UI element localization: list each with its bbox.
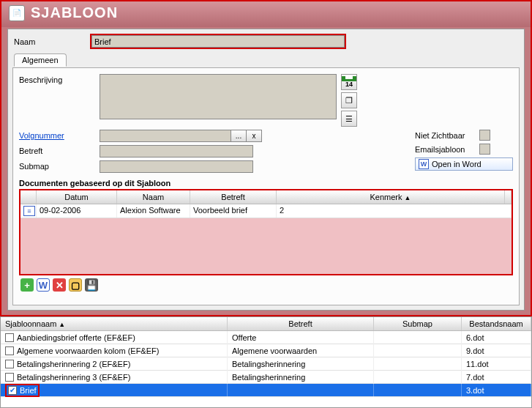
name-label: Naam xyxy=(14,37,87,46)
table-row[interactable]: Algemene voorwaarden kolom (EF&EF)Algeme… xyxy=(1,344,531,357)
volg-input[interactable] xyxy=(100,130,231,142)
main-panel: Naam Algemeen Beschrijving ▀▀ 14 ❐ ☰ xyxy=(7,29,525,311)
volg-ellipsis-button[interactable]: ... xyxy=(231,130,247,142)
col-kenmerk[interactable]: Kenmerk▲ xyxy=(277,190,505,204)
cell-submap xyxy=(374,371,462,384)
cell-text: Betalingsherinnering 3 (EF&EF) xyxy=(17,373,130,382)
row-checkbox[interactable] xyxy=(5,373,14,382)
volg-clear-button[interactable]: x xyxy=(246,130,262,142)
cell-sjabloonnaam: Betalingsherinnering 3 (EF&EF) xyxy=(1,371,228,384)
cell-submap xyxy=(374,331,462,344)
folder-button[interactable]: ▢ xyxy=(69,278,82,292)
sjabloon-grid-body: Aanbiedingsbrief offerte (EF&EF)Offerte6… xyxy=(1,331,531,407)
calendar-icon[interactable]: ▀▀ 14 xyxy=(341,74,357,90)
tab-strip: Algemeen xyxy=(12,53,520,68)
name-highlight xyxy=(90,34,346,49)
col-bestandsnaam[interactable]: Bestandsnaam xyxy=(462,317,531,330)
cell-betreft: Betalingsherinnering xyxy=(228,357,374,371)
documents-section-label: Documenten gebaseerd op dit Sjabloon xyxy=(19,179,513,188)
table-row[interactable]: ≡ 09-02-2006 Alexion Software Voorbeeld … xyxy=(20,204,512,218)
col-betreft2[interactable]: Betreft xyxy=(228,317,374,330)
delete-button[interactable]: ✕ xyxy=(53,278,66,292)
documents-grid-header: Datum Naam Betreft Kenmerk▲ xyxy=(20,190,512,204)
cell-bestandsnaam: 9.dot xyxy=(462,344,531,357)
nietzichtbaar-label: Niet Zichtbaar xyxy=(415,131,475,140)
col-datum[interactable]: Datum xyxy=(37,190,117,204)
add-button[interactable]: + xyxy=(20,278,34,292)
row-checkbox[interactable] xyxy=(5,333,14,342)
name-row: Naam xyxy=(12,32,520,52)
table-row[interactable]: Betalingsherinnering 3 (EF&EF)Betalingsh… xyxy=(1,371,531,384)
emailsjabloon-checkbox[interactable] xyxy=(479,144,490,155)
cell-text: Aanbiedingsbrief offerte (EF&EF) xyxy=(17,333,135,342)
cell-bestandsnaam: 6.dot xyxy=(462,331,531,344)
cell-kenmerk: 2 xyxy=(277,204,512,218)
table-row[interactable]: Aanbiedingsbrief offerte (EF&EF)Offerte6… xyxy=(1,331,531,344)
sort-asc-icon: ▲ xyxy=(405,194,411,201)
title-bar: 📄 SJABLOON xyxy=(1,1,531,27)
cell-datum: 09-02-2006 xyxy=(37,204,117,218)
documents-grid-body: ≡ 09-02-2006 Alexion Software Voorbeeld … xyxy=(20,204,512,274)
cell-bestandsnaam: 3.dot xyxy=(462,384,531,397)
cell-text: Betalingsherinnering 2 (EF&EF) xyxy=(17,360,130,368)
submap-label: Submap xyxy=(19,160,100,171)
row-checkbox[interactable]: ✔ xyxy=(8,386,17,395)
tab-general[interactable]: Algemeen xyxy=(14,53,67,67)
word-icon: W xyxy=(419,159,429,169)
row-checkbox[interactable] xyxy=(5,360,14,368)
open-in-word-button[interactable]: W Open in Word xyxy=(415,157,513,171)
cell-text: Brief xyxy=(20,386,37,395)
save-button[interactable]: 💾 xyxy=(85,278,98,292)
window-title: SJABLOON xyxy=(31,4,118,21)
sort-asc-icon: ▲ xyxy=(59,321,65,328)
cell-bestandsnaam: 7.dot xyxy=(462,371,531,384)
cell-text: Algemene voorwaarden kolom (EF&EF) xyxy=(17,346,159,355)
cell-submap xyxy=(374,344,462,357)
desc-label: Beschrijving xyxy=(19,74,100,84)
cell-betreft: Voorbeeld brief xyxy=(190,204,277,218)
cell-submap xyxy=(374,357,462,371)
doc-icon[interactable]: ☰ xyxy=(341,111,357,127)
documents-toolbar: + W ✕ ▢ 💾 xyxy=(19,275,513,293)
sjabloon-grid: Sjabloonnaam▲ Betreft Submap Bestandsnaa… xyxy=(0,316,532,408)
table-row[interactable]: Betalingsherinnering 2 (EF&EF)Betalingsh… xyxy=(1,357,531,371)
table-row[interactable]: ✔Brief3.dot xyxy=(1,384,531,397)
open-in-word-label: Open in Word xyxy=(432,160,482,168)
cell-betreft: Algemene voorwaarden xyxy=(228,344,374,357)
cell-naam: Alexion Software xyxy=(117,204,190,218)
word-button[interactable]: W xyxy=(37,278,50,292)
col-sjabloonnaam[interactable]: Sjabloonnaam▲ xyxy=(1,317,228,330)
betreft-input[interactable] xyxy=(100,145,253,157)
copy-icon[interactable]: ❐ xyxy=(341,92,357,108)
col-betreft[interactable]: Betreft xyxy=(190,190,277,204)
cell-sjabloonnaam: Betalingsherinnering 2 (EF&EF) xyxy=(1,357,228,371)
row-checkbox[interactable] xyxy=(5,346,14,355)
sjabloon-grid-header: Sjabloonnaam▲ Betreft Submap Bestandsnaa… xyxy=(1,317,531,331)
cell-sjabloonnaam: ✔Brief xyxy=(1,384,228,397)
emailsjabloon-label: Emailsjabloon xyxy=(415,145,475,154)
volg-label[interactable]: Volgnummer xyxy=(19,130,100,140)
col-spacer xyxy=(505,190,512,204)
cell-sjabloonnaam: Algemene voorwaarden kolom (EF&EF) xyxy=(1,344,228,357)
betreft-label: Betreft xyxy=(19,145,100,155)
tab-page-general: Beschrijving ▀▀ 14 ❐ ☰ Volgnummer . xyxy=(12,68,520,305)
col-icon[interactable] xyxy=(20,190,37,204)
cell-bestandsnaam: 11.dot xyxy=(462,357,531,371)
cell-betreft xyxy=(228,384,374,397)
cell-sjabloonnaam: Aanbiedingsbrief offerte (EF&EF) xyxy=(1,331,228,344)
cell-submap xyxy=(374,384,462,397)
cell-betreft: Offerte xyxy=(228,331,374,344)
documents-grid: Datum Naam Betreft Kenmerk▲ ≡ 09-02-2006… xyxy=(19,189,513,275)
window-icon: 📄 xyxy=(9,5,25,21)
editor-window: 📄 SJABLOON Naam Algemeen Beschrijving ▀▀… xyxy=(0,0,532,316)
desc-input[interactable] xyxy=(100,74,337,119)
name-input[interactable] xyxy=(91,35,345,48)
row-word-icon: ≡ xyxy=(20,204,37,218)
nietzichtbaar-checkbox[interactable] xyxy=(479,130,490,141)
cell-betreft: Betalingsherinnering xyxy=(228,371,374,384)
submap-input[interactable] xyxy=(100,160,253,173)
col-submap2[interactable]: Submap xyxy=(374,317,462,330)
col-naam[interactable]: Naam xyxy=(117,190,190,204)
